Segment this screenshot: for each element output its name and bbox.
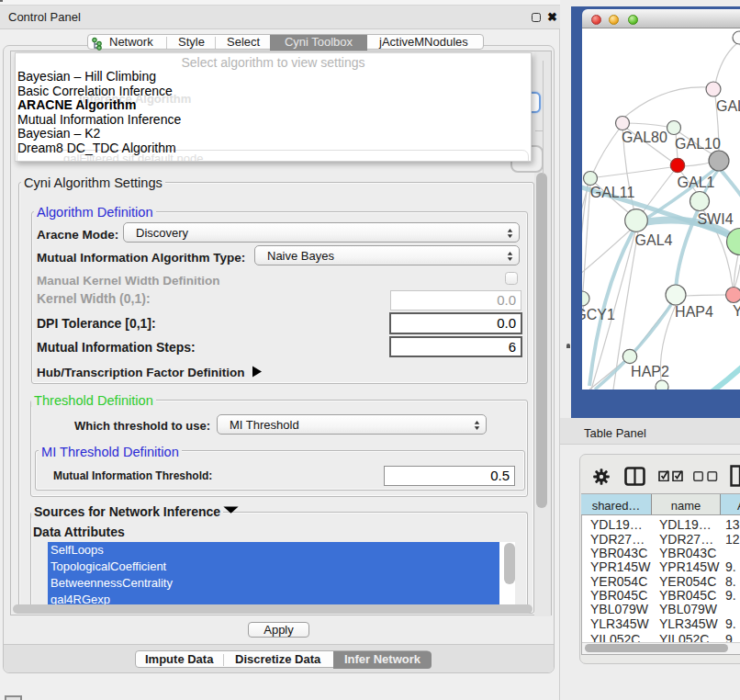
svg-text:HAP4: HAP4 (675, 304, 713, 320)
svg-text:HAP2: HAP2 (631, 364, 669, 379)
svg-text:GAL7: GAL7 (716, 98, 740, 114)
svg-text:GAL10: GAL10 (675, 136, 721, 152)
svg-text:GCY1: GCY1 (582, 307, 615, 322)
svg-text:SWI4: SWI4 (697, 211, 733, 227)
svg-text:GAL11: GAL11 (590, 185, 635, 200)
svg-text:GAL4: GAL4 (635, 232, 673, 248)
svg-text:GAL80: GAL80 (622, 130, 667, 145)
svg-text:Y: Y (733, 303, 740, 319)
svg-text:GAL1: GAL1 (678, 175, 715, 190)
